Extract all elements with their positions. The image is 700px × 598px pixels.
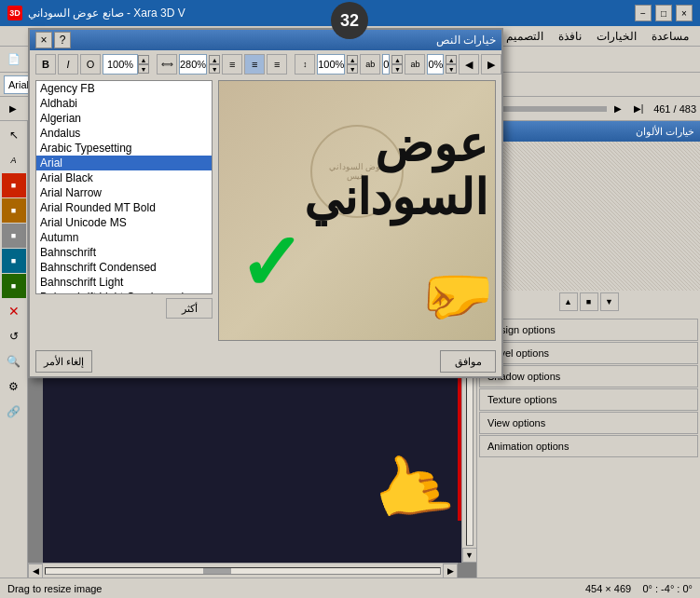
font-item-13[interactable]: Bahnschrift Light [36, 275, 212, 290]
tool-link[interactable]: 🔗 [2, 400, 26, 424]
tool-color2[interactable]: ■ [2, 198, 26, 223]
playback-count: 461 / 483 [653, 103, 696, 115]
more-btn-wrap: أكثر [35, 298, 213, 319]
font-item-12[interactable]: Bahnschrift Condensed [36, 260, 212, 275]
dlg-ab1-arrows: ▲ ▼ [391, 55, 403, 74]
font-item-2[interactable]: Algerian [36, 111, 212, 126]
badge: 32 [331, 2, 368, 39]
ab2-down[interactable]: ▼ [446, 64, 457, 74]
dlg-ab2[interactable]: ab [405, 54, 425, 75]
scroll-left-btn[interactable]: ◀ [28, 564, 43, 578]
design-options-btn[interactable]: Design options [479, 319, 698, 341]
dlg-spacing1[interactable]: 280% [179, 54, 207, 75]
dlg-outline-btn[interactable]: O [80, 54, 101, 75]
next-end-btn[interactable]: ▶| [629, 100, 648, 118]
play-btn[interactable]: ▶ [4, 100, 22, 118]
sp1-up[interactable]: ▲ [209, 55, 220, 64]
minimize-button[interactable]: − [635, 5, 652, 21]
dialog-help-button[interactable]: ? [54, 32, 71, 48]
font-item-1[interactable]: Aldhabi [36, 96, 212, 111]
font-item-7[interactable]: Arial Narrow [36, 185, 212, 200]
font-item-11[interactable]: Bahnschrift [36, 245, 212, 260]
new-button[interactable]: 📄 [4, 49, 24, 70]
dlg-arrow-prev[interactable]: ◀ [459, 54, 479, 75]
sp1-down[interactable]: ▼ [209, 64, 220, 74]
preview-panel: عوض السوداني يقيس عوض السوداني ✓ 🤜 [218, 80, 496, 341]
font-item-10[interactable]: Autumn [36, 230, 212, 245]
menu-help[interactable]: مساعدة [644, 28, 696, 45]
status-left: Drag to resize image [7, 583, 103, 594]
size-down-btn[interactable]: ▼ [138, 64, 149, 74]
dlg-kerning1[interactable]: 100% [317, 54, 345, 75]
tool-zoom[interactable]: 🔍 [2, 349, 26, 374]
menu-window[interactable]: نافذة [551, 28, 589, 45]
right-panel-header: خيارات الألوان ◀ [477, 121, 700, 142]
more-fonts-button[interactable]: أكثر [166, 298, 213, 319]
tool-x[interactable]: ✕ [2, 299, 26, 323]
h-scrollbar[interactable]: ◀ ▶ [28, 563, 458, 578]
h-scroll-thumb [203, 568, 231, 574]
ab1-up[interactable]: ▲ [391, 55, 403, 64]
dlg-align-left[interactable]: ≡ [222, 54, 242, 75]
dialog-close-button[interactable]: × [35, 32, 52, 48]
dlg-align-right[interactable]: ≡ [267, 54, 287, 75]
dlg-bold-btn[interactable]: B [35, 54, 56, 75]
h-scroll-track[interactable] [45, 567, 441, 575]
right-scroll-down[interactable]: ▼ [600, 292, 619, 311]
view-options-btn[interactable]: View options [479, 412, 698, 434]
font-item-5[interactable]: Arial [36, 156, 212, 170]
tool-color4[interactable]: ■ [2, 249, 26, 273]
dlg-size-arrows: ▲ ▼ [138, 55, 149, 74]
cancel-button[interactable]: إلغاء الأمر [35, 350, 92, 373]
tool-color5[interactable]: ■ [2, 274, 26, 298]
font-item-6[interactable]: Arial Black [36, 170, 212, 185]
right-scroll-mid[interactable]: ■ [580, 292, 598, 311]
scroll-down-btn[interactable]: ▼ [462, 548, 477, 563]
title-bar-controls: − □ × [635, 5, 693, 21]
ok-button[interactable]: موافق [440, 350, 496, 373]
dlg-sp1-arrows: ▲ ▼ [209, 55, 220, 74]
shadow-options-btn[interactable]: Shadow options [479, 365, 698, 387]
font-list-panel: Agency FB Aldhabi Algerian Andalus Arabi… [35, 80, 213, 341]
dlg-ab2-val[interactable]: 0% [427, 54, 444, 75]
tool-arrow[interactable]: ↖ [2, 123, 26, 147]
animation-options-btn[interactable]: Animation options [479, 435, 698, 457]
ab2-up[interactable]: ▲ [446, 55, 457, 64]
dialog-footer: موافق إلغاء الأمر [30, 347, 501, 376]
tool-text[interactable]: A [2, 148, 26, 172]
scroll-right-btn[interactable]: ▶ [443, 564, 458, 578]
title-bar-left: 3D صانع عوض السوداني - Xara 3D V [7, 6, 185, 20]
font-item-0[interactable]: Agency FB [36, 81, 212, 96]
next-btn[interactable]: ▶ [609, 100, 627, 118]
dlg-ab1-val[interactable]: 0 [382, 54, 390, 75]
maximize-button[interactable]: □ [655, 5, 672, 21]
dlg-size-input[interactable]: 100% [103, 54, 138, 75]
font-item-4[interactable]: Arabic Typesetting [36, 141, 212, 156]
dlg-arrow-next[interactable]: ▶ [481, 54, 501, 75]
menu-design[interactable]: التصميم [499, 28, 551, 45]
tool-color1[interactable]: ■ [2, 173, 26, 197]
close-button[interactable]: × [676, 5, 693, 21]
menu-options[interactable]: الخيارات [589, 28, 644, 45]
font-item-8[interactable]: Arial Rounded MT Bold [36, 200, 212, 215]
dlg-align-center[interactable]: ≡ [244, 54, 265, 75]
k1-down[interactable]: ▼ [347, 64, 358, 74]
texture-options-btn[interactable]: Texture options [479, 388, 698, 411]
bevel-options-btn[interactable]: Bevel options [479, 342, 698, 364]
dlg-ab1[interactable]: ab [360, 54, 380, 75]
font-item-9[interactable]: Arial Unicode MS [36, 215, 212, 230]
font-list-box[interactable]: Agency FB Aldhabi Algerian Andalus Arabi… [35, 80, 213, 294]
size-up-btn[interactable]: ▲ [138, 55, 149, 64]
tool-rotate[interactable]: ↺ [2, 324, 26, 348]
dlg-italic-btn[interactable]: I [58, 54, 78, 75]
dialog-title-text: خيارات النص [436, 34, 496, 47]
ab1-down[interactable]: ▼ [391, 64, 403, 74]
font-item-3[interactable]: Andalus [36, 126, 212, 141]
tool-color3[interactable]: ■ [2, 224, 26, 248]
font-item-14[interactable]: Bahnschrift Light Condensed [36, 290, 212, 294]
dlg-ab2-arrows: ▲ ▼ [446, 55, 457, 74]
k1-up[interactable]: ▲ [347, 55, 358, 64]
right-scroll-up[interactable]: ▲ [559, 292, 578, 311]
tool-settings[interactable]: ⚙ [2, 374, 26, 399]
left-toolbox: ↖ A ■ ■ ■ ■ ■ ✕ ↺ 🔍 ⚙ 🔗 [0, 121, 28, 578]
